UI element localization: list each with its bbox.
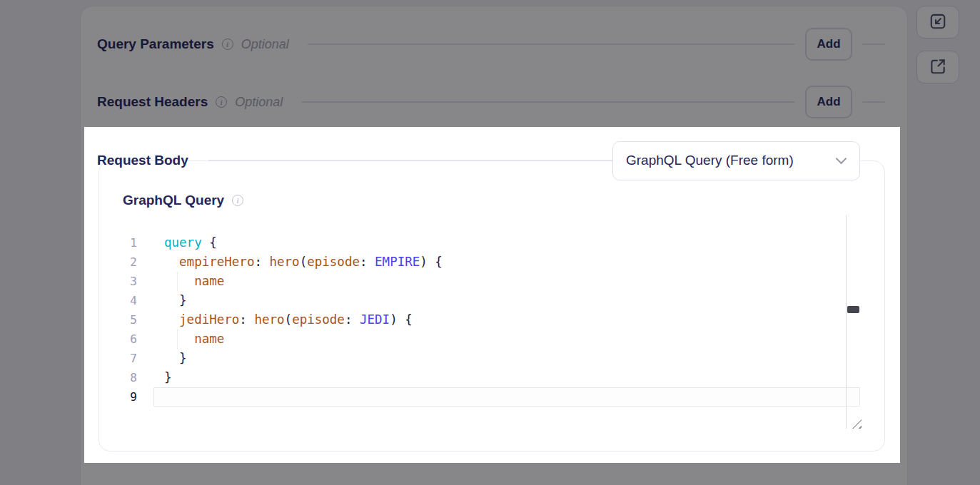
line-number: 2: [114, 252, 137, 272]
indent-guide: [177, 330, 178, 349]
open-external-button[interactable]: [916, 51, 959, 83]
request-body-title: Request Body: [97, 153, 188, 168]
info-icon[interactable]: i: [222, 39, 233, 50]
graphql-query-label-row: GraphQL Query i: [123, 193, 243, 208]
resize-handle-icon[interactable]: [852, 419, 862, 429]
scrollbar-thumb[interactable]: [847, 306, 859, 313]
code-line[interactable]: empireHero: hero(episode: EMPIRE) {: [153, 252, 860, 272]
line-number: 8: [114, 368, 137, 387]
scrollbar-track: [846, 215, 847, 429]
code-line[interactable]: name: [153, 272, 860, 291]
line-number: 1: [114, 233, 137, 252]
code-lines[interactable]: query { empireHero: hero(episode: EMPIRE…: [153, 233, 860, 407]
body-type-selected-value: GraphQL Query (Free form): [626, 153, 794, 168]
divider-line: [862, 44, 885, 45]
chevron-down-icon: [836, 153, 847, 165]
request-body-section-header: Request Body GraphQL Query (Free form): [97, 141, 860, 180]
line-number: 9: [114, 387, 137, 407]
request-headers-title: Request Headers: [97, 94, 208, 110]
code-line[interactable]: query {: [153, 233, 860, 252]
request-headers-section: Request Headers i Optional Add: [97, 86, 885, 118]
code-line[interactable]: name: [153, 330, 860, 349]
query-parameters-section: Query Parameters i Optional Add: [97, 28, 885, 61]
line-number-gutter: 123456789: [114, 233, 137, 407]
optional-label: Optional: [241, 37, 289, 52]
edit-in-box-icon: [929, 12, 947, 33]
line-number: 7: [114, 349, 137, 368]
info-icon[interactable]: i: [216, 96, 227, 108]
query-parameters-title: Query Parameters: [97, 36, 214, 52]
graphql-query-editor[interactable]: 123456789 query { empireHero: hero(episo…: [114, 215, 862, 429]
code-line[interactable]: }: [153, 368, 860, 387]
code-line[interactable]: }: [153, 291, 860, 310]
divider-line: [308, 44, 795, 45]
line-number: 3: [114, 272, 137, 291]
divider-line: [862, 101, 885, 103]
code-line[interactable]: }: [153, 349, 860, 368]
edit-in-box-button[interactable]: [916, 6, 959, 39]
line-number: 5: [114, 310, 137, 330]
add-query-parameter-button[interactable]: Add: [805, 28, 852, 61]
line-number: 4: [114, 291, 137, 310]
external-link-icon: [929, 57, 947, 78]
body-type-select[interactable]: GraphQL Query (Free form): [612, 141, 860, 180]
add-request-header-button[interactable]: Add: [805, 86, 852, 118]
indent-guide: [177, 272, 178, 291]
graphql-query-label: GraphQL Query: [123, 193, 224, 208]
info-icon[interactable]: i: [232, 195, 243, 206]
divider-line: [301, 101, 795, 103]
code-line[interactable]: [153, 387, 860, 407]
divider-line: [208, 160, 612, 161]
optional-label: Optional: [235, 95, 283, 110]
code-line[interactable]: jediHero: hero(episode: JEDI) {: [153, 310, 860, 330]
line-number: 6: [114, 330, 137, 349]
